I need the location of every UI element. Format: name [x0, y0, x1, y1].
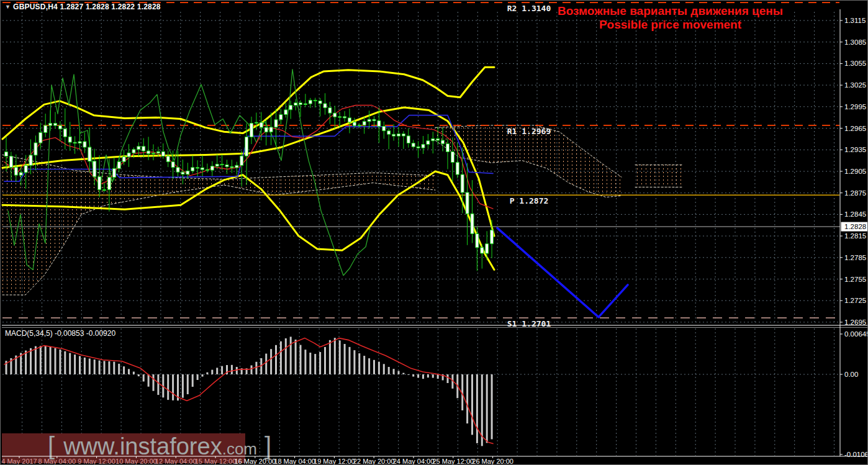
candle-body [338, 117, 341, 117]
candle-body [387, 131, 391, 135]
price-axis-label: 1.2875 [844, 189, 866, 197]
price-axis-label: 1.2905 [844, 168, 866, 175]
candle-body [9, 156, 12, 168]
price-axis-label: 1.2755 [844, 276, 866, 283]
symbol-dropdown-icon[interactable]: ▼ [5, 4, 11, 10]
ichimoku-cloud [635, 165, 684, 187]
candle-body [461, 174, 464, 192]
candle-body [83, 142, 86, 147]
candle-body [191, 168, 194, 171]
candle-body [417, 147, 420, 148]
candle-body [304, 104, 307, 104]
candle-body [215, 164, 219, 166]
price-axis-label: 1.2695 [844, 318, 866, 326]
candle-body [63, 129, 66, 137]
time-axis-label: 16 May 20:00 [234, 458, 276, 465]
candle-body [255, 122, 258, 123]
candle-body [422, 145, 425, 148]
candle-body [98, 177, 101, 190]
mt4-chart-window: R2 1.3140R1 1.2969P 1.2872S1 1.2701[www.… [0, 0, 868, 465]
candle-body [363, 122, 366, 125]
macd-axis-label: -0.01063 [844, 451, 868, 458]
candle-body [19, 173, 22, 175]
time-axis-label: 19 May 12:00 [314, 458, 355, 465]
candle-body [358, 125, 361, 126]
candle-body [156, 151, 160, 153]
candle-body [225, 165, 228, 166]
candle-body [491, 230, 494, 244]
time-axis-label: 10 May 20:00 [115, 458, 157, 465]
candle-body [122, 157, 125, 162]
candle-body [264, 127, 268, 132]
candle-body [127, 153, 130, 156]
candle-body [24, 165, 27, 173]
candle-body [196, 168, 199, 168]
candle-body [343, 117, 346, 118]
level-label-R2: R2 1.3140 [507, 4, 551, 13]
candle-body [44, 125, 47, 132]
candle-body [294, 103, 297, 106]
candle-body [137, 147, 140, 150]
candle-body [230, 166, 233, 168]
candle-body [166, 156, 170, 162]
candle-body [260, 122, 263, 127]
candle-body [142, 147, 145, 151]
time-axis-label: 22 May 20:00 [353, 458, 395, 465]
candle-body [353, 122, 356, 126]
macd-axis-label: 0.00 [844, 371, 858, 378]
candle-body [29, 155, 32, 165]
time-axis-label: 25 May 12:00 [432, 458, 474, 465]
candle-body [210, 166, 214, 170]
candle-body [451, 151, 454, 162]
candle-body [289, 106, 292, 110]
price-chart-canvas[interactable]: R2 1.3140R1 1.2969P 1.2872S1 1.2701[www.… [1, 1, 868, 465]
candle-body [181, 172, 184, 174]
candle-body [471, 214, 474, 233]
candle-body [456, 163, 459, 175]
candle-body [319, 101, 322, 104]
candle-body [103, 190, 106, 191]
candle-body [152, 153, 155, 154]
candle-body [58, 125, 61, 129]
candle-body [328, 108, 332, 114]
time-axis-label: 8 May 04:00 [38, 458, 76, 465]
time-axis-label: 18 May 04:00 [274, 458, 315, 465]
candle-body [323, 104, 327, 108]
candle-body [348, 118, 351, 122]
candle-body [93, 161, 96, 177]
price-axis-label: 1.3085 [844, 38, 866, 46]
candle-body [78, 142, 81, 143]
candle-body [161, 151, 165, 156]
price-axis-label: 1.2995 [844, 103, 866, 111]
candle-body [446, 144, 450, 152]
time-axis-label: 15 May 12:00 [195, 458, 237, 465]
candle-body [486, 244, 489, 253]
candle-body [299, 103, 302, 105]
candle-body [240, 156, 243, 165]
candle-body [309, 100, 312, 104]
price-axis-label: 1.2815 [844, 232, 866, 240]
candle-body [274, 120, 278, 127]
candle-body [412, 143, 415, 147]
price-axis-label: 1.2785 [844, 254, 866, 261]
time-axis-label: 9 May 12:00 [78, 458, 115, 465]
price-axis-label: 1.2845 [844, 210, 866, 218]
candle-body [14, 167, 17, 175]
chart-background [1, 1, 868, 465]
candle-body [171, 162, 174, 168]
candle-body [132, 150, 135, 153]
candle-body [220, 164, 224, 165]
candle-body [186, 171, 189, 174]
candle-body [373, 119, 376, 120]
candle-body [201, 168, 204, 169]
candle-body [436, 138, 440, 140]
price-axis-label: 1.2935 [844, 146, 866, 153]
time-axis-label: 4 May 2017 [1, 458, 37, 465]
time-axis-label: 12 May 04:00 [155, 458, 197, 465]
price-axis-label: 1.2725 [844, 297, 866, 304]
candle-body [368, 119, 371, 121]
candle-body [427, 141, 430, 145]
chart-title: ▼GBPUSD,H4 1.2827 1.2828 1.2822 1.2828 [5, 2, 161, 11]
candle-body [176, 168, 179, 173]
candle-body [466, 192, 469, 214]
